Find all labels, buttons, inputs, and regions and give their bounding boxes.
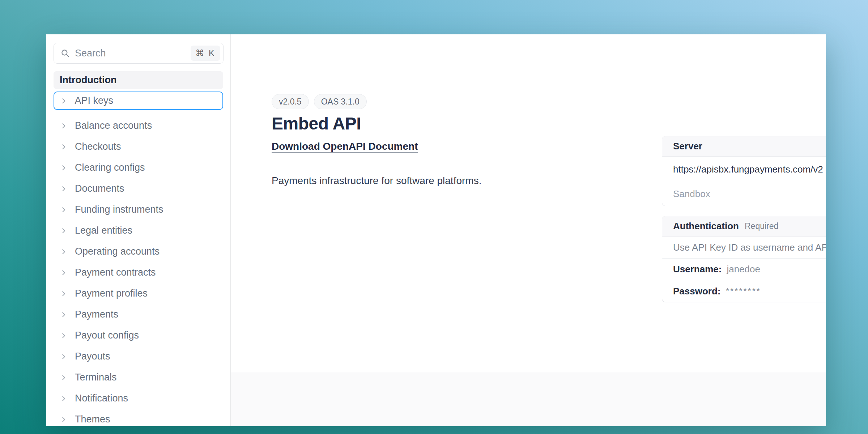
page-title: Embed API (272, 114, 641, 134)
authentication-card-header: Authentication Required (662, 216, 826, 237)
sidebar-item-themes[interactable]: Themes (54, 410, 223, 426)
password-row[interactable]: Password: ******** (662, 280, 826, 302)
auth-description-row: Use API Key ID as username and API Key s… (662, 237, 826, 259)
footer-strip (231, 372, 826, 426)
sidebar-item-clearing-configs[interactable]: Clearing configs (54, 158, 223, 177)
chevron-right-icon (60, 290, 68, 298)
chevron-right-icon (60, 374, 68, 382)
sidebar-item-label: Payment profiles (75, 288, 148, 299)
sidebar-section-introduction[interactable]: Introduction (54, 71, 223, 89)
server-card-title: Server (673, 141, 702, 152)
sidebar-item-api-keys[interactable]: API keys (54, 92, 223, 110)
download-openapi-link[interactable]: Download OpenAPI Document (272, 140, 418, 153)
password-value: ******** (726, 286, 761, 297)
sidebar-item-label: Payments (75, 309, 118, 320)
sidebar-item-notifications[interactable]: Notifications (54, 389, 223, 408)
username-value: janedoe (727, 264, 760, 275)
main-content: v2.0.5 OAS 3.1.0 Embed API Download Open… (272, 94, 641, 188)
sidebar-item-label: Notifications (75, 393, 128, 404)
oas-version-badge: OAS 3.1.0 (314, 94, 367, 109)
sidebar-item-terminals[interactable]: Terminals (54, 368, 223, 387)
username-row[interactable]: Username: janedoe (662, 259, 826, 280)
search-icon (60, 48, 70, 58)
sidebar-item-label: Legal entities (75, 225, 132, 236)
chevron-right-icon (60, 164, 68, 172)
sidebar-item-payments[interactable]: Payments (54, 305, 223, 324)
search-input[interactable]: Search ⌘ K (54, 43, 224, 64)
chevron-right-icon (60, 227, 68, 235)
sidebar-item-label: Funding instruments (75, 204, 163, 215)
sidebar-item-funding-instruments[interactable]: Funding instruments (54, 200, 223, 219)
sidebar-item-label: Terminals (75, 372, 117, 383)
sidebar-item-payouts[interactable]: Payouts (54, 347, 223, 366)
chevron-right-icon (60, 395, 68, 403)
sidebar-item-payment-contracts[interactable]: Payment contracts (54, 263, 223, 282)
desktop-background: { "sidebar": { "search": { "placeholder"… (0, 0, 868, 434)
server-environment-row[interactable]: Sandbox (662, 182, 826, 206)
reference-cards: Server https://apisbx.fungpayments.com/v… (662, 136, 826, 302)
sidebar-nav-list: API keys Balance accounts Checkouts Clea… (54, 92, 223, 426)
sidebar-item-label: Documents (75, 183, 124, 194)
sidebar-item-operating-accounts[interactable]: Operating accounts (54, 242, 223, 261)
password-label: Password: (673, 286, 721, 297)
search-placeholder: Search (75, 48, 191, 59)
sidebar-item-label: Checkouts (75, 141, 121, 152)
sidebar-item-label: Payout configs (75, 330, 139, 341)
server-card-header: Server (662, 136, 826, 157)
chevron-right-icon (60, 185, 68, 193)
chevron-right-icon (60, 332, 68, 340)
server-url-row[interactable]: https://apisbx.fungpayments.com/v2 (662, 157, 826, 182)
chevron-right-icon (60, 269, 68, 277)
sidebar-item-label: Balance accounts (75, 120, 152, 131)
authentication-card-title: Authentication (673, 221, 739, 232)
authentication-card: Authentication Required Use API Key ID a… (662, 216, 826, 302)
chevron-right-icon (60, 143, 68, 151)
sidebar-item-balance-accounts[interactable]: Balance accounts (54, 116, 223, 135)
version-badge: v2.0.5 (272, 94, 309, 109)
sidebar-item-documents[interactable]: Documents (54, 179, 223, 198)
chevron-right-icon (60, 206, 68, 214)
badge-row: v2.0.5 OAS 3.1.0 (272, 94, 641, 109)
chevron-right-icon (60, 248, 68, 256)
sidebar: Search ⌘ K Introduction API keys Balance… (46, 34, 231, 426)
search-shortcut-badge: ⌘ K (191, 46, 220, 61)
chevron-right-icon (60, 416, 68, 424)
sidebar-item-label: Themes (75, 414, 110, 425)
sidebar-item-checkouts[interactable]: Checkouts (54, 137, 223, 156)
required-label: Required (745, 221, 778, 231)
chevron-right-icon (60, 122, 68, 130)
chevron-right-icon (60, 311, 68, 319)
sidebar-item-legal-entities[interactable]: Legal entities (54, 221, 223, 240)
server-url: https://apisbx.fungpayments.com/v2 (673, 164, 823, 175)
sidebar-item-payout-configs[interactable]: Payout configs (54, 326, 223, 345)
api-description: Payments infrastructure for software pla… (272, 174, 641, 188)
sidebar-item-payment-profiles[interactable]: Payment profiles (54, 284, 223, 303)
sidebar-item-label: Clearing configs (75, 162, 145, 173)
server-card: Server https://apisbx.fungpayments.com/v… (662, 136, 826, 206)
api-docs-window: Search ⌘ K Introduction API keys Balance… (46, 34, 826, 426)
sidebar-item-label: Operating accounts (75, 246, 159, 257)
sidebar-item-label: Payouts (75, 351, 110, 362)
sidebar-item-label: API keys (75, 95, 114, 106)
sidebar-item-label: Payment contracts (75, 267, 156, 278)
chevron-right-icon (60, 353, 68, 361)
auth-description: Use API Key ID as username and API Key s… (673, 242, 826, 253)
chevron-right-icon (60, 97, 68, 105)
username-label: Username: (673, 264, 722, 275)
server-environment: Sandbox (673, 188, 710, 200)
